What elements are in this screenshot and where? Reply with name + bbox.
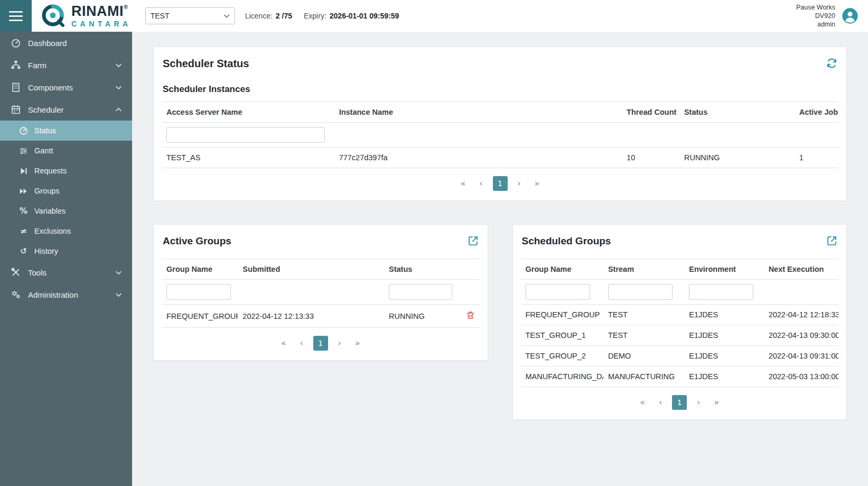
sidebar-item-dashboard[interactable]: Dashboard xyxy=(0,32,132,54)
brand-logo: RINAMI® CANTARA xyxy=(41,3,132,29)
sidebar-item-status[interactable]: Status xyxy=(0,121,132,141)
sidebar-item-gantt[interactable]: Gantt xyxy=(0,141,132,161)
sidebar-item-groups[interactable]: Groups xyxy=(0,181,132,201)
access-server-name-filter-input[interactable] xyxy=(166,127,325,143)
table-cell: TEST xyxy=(603,325,684,346)
column-header: Thread Count xyxy=(622,102,679,123)
sidebar-item-label: Farm xyxy=(28,61,46,70)
column-header: Active Jobs xyxy=(795,102,838,123)
exclusions-icon: ≠ xyxy=(19,227,28,236)
gantt-icon xyxy=(19,146,28,155)
table-row[interactable]: TEST_AS 777c27d397fa 10 RUNNING 1 xyxy=(162,148,838,168)
hamburger-menu-icon[interactable] xyxy=(0,0,32,32)
group-name-filter-input[interactable] xyxy=(526,284,590,300)
next-page-button[interactable]: › xyxy=(333,336,346,351)
requests-icon xyxy=(19,167,28,176)
environment-select[interactable]: TEST xyxy=(145,7,235,24)
registered-mark: ® xyxy=(124,4,128,10)
sidebar-item-components[interactable]: Components xyxy=(0,76,132,98)
table-row[interactable]: FREQUENT_GROUP 2022-04-12 12:13:33 RUNNI… xyxy=(162,305,480,328)
sidebar-item-label: Scheduler xyxy=(28,105,64,114)
current-page-button[interactable]: 1 xyxy=(493,176,508,191)
chevron-down-icon xyxy=(115,291,123,299)
column-header: Status xyxy=(384,259,457,280)
prev-page-button[interactable]: ‹ xyxy=(475,176,488,191)
table-cell: FREQUENT_GROUP xyxy=(521,305,603,325)
card-title: Active Groups xyxy=(163,235,231,247)
next-page-button[interactable]: › xyxy=(513,176,526,191)
last-page-button[interactable]: » xyxy=(710,395,723,410)
table-cell: RUNNING xyxy=(679,148,795,168)
filter-row xyxy=(162,123,838,148)
page-title: Scheduler Status xyxy=(163,58,249,70)
sidebar-item-variables[interactable]: % Variables xyxy=(0,201,132,221)
user-name: admin xyxy=(796,20,835,29)
sidebar-item-administration[interactable]: Administration xyxy=(0,283,132,306)
section-title: Scheduler Instances xyxy=(163,84,837,95)
first-page-button[interactable]: « xyxy=(457,176,470,191)
prev-page-button[interactable]: ‹ xyxy=(654,395,667,410)
next-page-button[interactable]: › xyxy=(692,395,705,410)
sidebar-item-requests[interactable]: Requests xyxy=(0,161,132,181)
table-row[interactable]: TEST_GROUP_1 TEST E1JDES 2022-04-13 09:3… xyxy=(521,325,839,346)
sidebar-item-exclusions[interactable]: ≠ Exclusions xyxy=(0,221,132,241)
first-page-button[interactable]: « xyxy=(277,336,290,351)
table-cell: 777c27d397fa xyxy=(334,148,622,168)
table-cell: E1JDES xyxy=(684,366,763,387)
delete-icon[interactable] xyxy=(466,310,475,320)
column-header: Status xyxy=(679,102,795,123)
column-header: Group Name xyxy=(521,259,603,280)
table-cell: RUNNING xyxy=(384,305,457,328)
first-page-button[interactable]: « xyxy=(636,395,649,410)
sidebar-item-tools[interactable]: Tools xyxy=(0,261,132,283)
table-row[interactable]: TEST_GROUP_2 DEMO E1JDES 2022-04-13 09:3… xyxy=(521,346,839,366)
table-cell: 2022-04-13 09:30:00 xyxy=(764,325,838,346)
user-avatar-icon[interactable] xyxy=(842,7,858,24)
prev-page-button[interactable]: ‹ xyxy=(295,336,308,351)
sidebar-item-farm[interactable]: Farm xyxy=(0,54,132,76)
licence-info: Licence: 2 /75 Expiry: 2026-01-01 09:59:… xyxy=(245,12,399,20)
external-link-icon[interactable] xyxy=(468,235,479,246)
column-header: Access Server Name xyxy=(162,102,334,123)
table-row[interactable]: FREQUENT_GROUP TEST E1JDES 2022-04-12 12… xyxy=(521,305,839,325)
table-cell: 2022-04-13 09:31:00 xyxy=(764,346,838,366)
last-page-button[interactable]: » xyxy=(531,176,544,191)
sidebar-item-scheduler[interactable]: Scheduler xyxy=(0,98,132,121)
table-cell: TEST xyxy=(603,305,684,325)
stream-filter-input[interactable] xyxy=(608,284,673,300)
current-page-button[interactable]: 1 xyxy=(313,336,328,351)
chevron-down-icon xyxy=(115,61,123,69)
active-groups-card: Active Groups Group Name Submitted Statu… xyxy=(153,224,488,361)
sidebar-item-label: Groups xyxy=(34,187,60,195)
current-page-button[interactable]: 1 xyxy=(672,395,687,410)
external-link-icon[interactable] xyxy=(826,235,837,246)
table-row[interactable]: MANUFACTURING_DAY MANUFACTURING E1JDES 2… xyxy=(521,366,839,387)
column-header: Submitted xyxy=(238,259,384,280)
sidebar-item-label: Variables xyxy=(34,207,66,215)
chevron-up-icon xyxy=(115,106,123,114)
sidebar-item-label: Administration xyxy=(28,290,78,299)
sidebar-item-label: Dashboard xyxy=(28,39,67,48)
table-header-row: Group Name Submitted Status xyxy=(162,259,480,280)
history-icon: ↺ xyxy=(19,247,28,256)
brand-name: RINAMI® xyxy=(71,4,132,19)
environment-filter-input[interactable] xyxy=(689,284,753,300)
logo-icon xyxy=(41,3,66,29)
sidebar-item-history[interactable]: ↺ History xyxy=(0,241,132,261)
pagination: « ‹ 1 › » xyxy=(162,168,838,195)
refresh-icon[interactable] xyxy=(826,58,837,69)
table-cell: MANUFACTURING_DAY xyxy=(521,366,603,387)
main-content: Scheduler Status Scheduler Instances Acc… xyxy=(132,32,868,486)
status-filter-input[interactable] xyxy=(389,284,452,300)
chevron-down-icon xyxy=(115,84,123,91)
sidebar-item-label: Status xyxy=(34,126,56,135)
scheduler-icon xyxy=(11,104,21,115)
sidebar-item-label: Tools xyxy=(28,268,46,277)
active-groups-table: Group Name Submitted Status FREQUENT_ xyxy=(162,259,480,328)
last-page-button[interactable]: » xyxy=(351,336,364,351)
group-name-filter-input[interactable] xyxy=(166,284,231,300)
user-info: Pause Works DV920 admin xyxy=(796,3,835,29)
sidebar-item-label: Exclusions xyxy=(34,227,71,235)
table-cell: MANUFACTURING xyxy=(603,366,684,387)
table-cell: DEMO xyxy=(603,346,684,366)
